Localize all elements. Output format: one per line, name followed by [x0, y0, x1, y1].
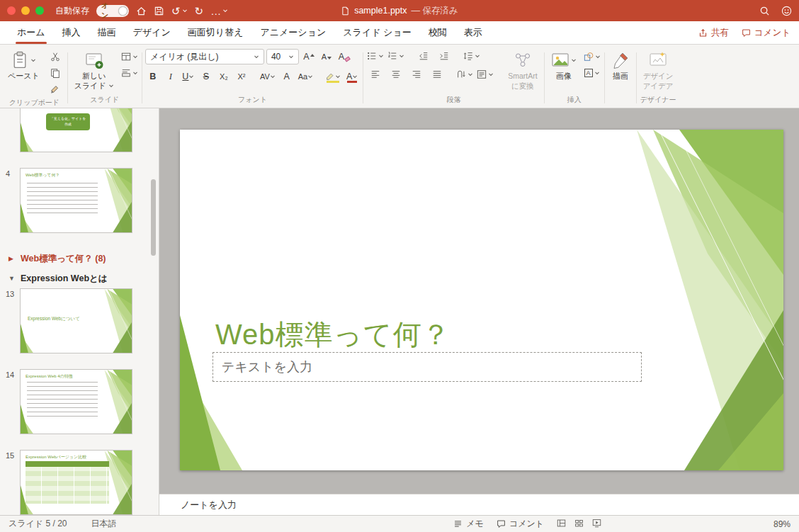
decrease-indent-button[interactable]: [414, 49, 433, 63]
tab-draw[interactable]: 描画: [89, 21, 125, 44]
line-spacing-button[interactable]: [463, 49, 481, 63]
tab-animations[interactable]: アニメーション: [251, 21, 334, 44]
slide-thumbnail-row[interactable]: 15 Expression Webバージョン比較: [0, 450, 159, 515]
indent-icon: [439, 51, 449, 61]
scissors-icon: [50, 52, 60, 62]
underline-button[interactable]: U: [181, 69, 196, 84]
slide-layout-button[interactable]: [120, 50, 139, 64]
facet-design: [180, 130, 783, 470]
tab-review[interactable]: 校閲: [420, 21, 455, 44]
tab-slideshow[interactable]: スライド ショー: [334, 21, 419, 44]
thumbnail-title: Web標準って何？: [26, 172, 60, 179]
slide-thumbnail-row[interactable]: 4 Web標準って何？: [0, 168, 159, 233]
notes-toggle-button[interactable]: メモ: [453, 518, 484, 530]
search-button[interactable]: [759, 6, 770, 16]
feedback-smiley-button[interactable]: [781, 6, 792, 16]
bullets-button[interactable]: [366, 49, 385, 63]
zoom-level[interactable]: 89%: [774, 519, 790, 529]
underline-icon: U: [182, 72, 188, 81]
home-button[interactable]: [136, 6, 147, 16]
sidebar-scrollbar-thumb[interactable]: [151, 179, 156, 256]
subscript-button[interactable]: X₂: [216, 69, 232, 84]
redo-button[interactable]: ↻: [195, 6, 204, 16]
slide-body-placeholder[interactable]: テキストを入力: [212, 352, 642, 382]
new-slide-label: 新しいスライド: [74, 72, 114, 91]
normal-view-button[interactable]: [557, 519, 566, 530]
chevron-down-icon: [132, 54, 138, 60]
window-minimize-button[interactable]: [21, 6, 30, 15]
slide-thumbnail-row[interactable]: 14 Expression Web 4の特徴: [0, 369, 159, 434]
cut-button[interactable]: [46, 50, 64, 64]
tab-transitions[interactable]: 画面切り替え: [179, 21, 252, 44]
section-header-web-standards[interactable]: ▶ Web標準って何？ (8): [0, 249, 159, 268]
chevron-down-icon: [378, 53, 384, 59]
notes-toggle-label: メモ: [466, 518, 484, 530]
font-name-value: メイリオ (見出し): [150, 51, 219, 63]
bold-button[interactable]: B: [145, 69, 161, 84]
font-name-select[interactable]: メイリオ (見出し): [145, 49, 264, 64]
placeholder-text: テキストを入力: [222, 360, 312, 374]
pen-icon: [611, 51, 630, 69]
window-close-button[interactable]: [7, 6, 16, 15]
autosave-toggle[interactable]: オン: [96, 5, 129, 17]
align-right-button[interactable]: [407, 67, 426, 81]
tab-design[interactable]: デザイン: [125, 21, 179, 44]
change-case-button[interactable]: Aa: [297, 69, 314, 84]
font-size-select[interactable]: 40: [266, 49, 299, 64]
share-button[interactable]: 共有: [698, 27, 729, 39]
comments-toggle-button[interactable]: コメント: [497, 518, 544, 530]
section-header-expression-web[interactable]: ▼ Expression Webとは: [0, 268, 159, 288]
clear-format-icon: A: [339, 52, 344, 62]
increase-indent-button[interactable]: [435, 49, 453, 63]
text-direction-button[interactable]: [455, 67, 474, 81]
copy-button[interactable]: [46, 66, 64, 80]
section-button[interactable]: [120, 66, 139, 80]
slide-canvas[interactable]: Web標準って何？ テキストを入力: [159, 108, 799, 494]
insert-shapes-button[interactable]: [583, 50, 601, 64]
numbering-button[interactable]: [387, 49, 405, 63]
text-highlight-button[interactable]: [324, 69, 342, 84]
quick-access-more-button[interactable]: …: [210, 6, 228, 16]
ribbon-group-designer: デザインアイデア デザイナー: [640, 47, 677, 108]
italic-button[interactable]: I: [163, 69, 178, 84]
new-slide-button[interactable]: 新しいスライド: [71, 49, 118, 94]
character-spacing-button[interactable]: AV: [259, 69, 277, 84]
convert-to-smartart-button[interactable]: SmartArtに変換: [504, 49, 540, 93]
draw-button[interactable]: 描画: [608, 49, 633, 84]
undo-button[interactable]: ↺: [171, 6, 188, 16]
increase-font-size-button[interactable]: A: [301, 49, 317, 64]
design-ideas-button[interactable]: デザインアイデア: [640, 49, 677, 93]
language-button[interactable]: 日本語: [91, 518, 116, 530]
notes-pane[interactable]: ノートを入力: [159, 494, 799, 515]
status-bar: スライド 5 / 20 日本語 メモ コメント 89%: [0, 515, 799, 532]
current-slide[interactable]: Web標準って何？ テキストを入力: [180, 130, 783, 470]
window-zoom-button[interactable]: [35, 6, 44, 15]
slideshow-button[interactable]: [592, 519, 601, 530]
justify-button[interactable]: [428, 67, 446, 81]
bold-icon: B: [149, 72, 156, 81]
paste-button[interactable]: ペースト: [4, 49, 43, 84]
format-painter-button[interactable]: [46, 82, 64, 96]
tab-view[interactable]: 表示: [455, 21, 491, 44]
font-color-button[interactable]: A: [344, 69, 360, 84]
clear-formatting-button[interactable]: A: [336, 49, 352, 64]
slide-title-text[interactable]: Web標準って何？: [215, 315, 450, 354]
tab-insert[interactable]: 挿入: [54, 21, 89, 44]
thumbnail-callout: 「見える化」サイトを作成: [46, 113, 90, 130]
superscript-button[interactable]: X²: [234, 69, 249, 84]
slide-thumbnail-row[interactable]: 13 Expression Webについて: [0, 288, 159, 353]
slide-thumbnail-row[interactable]: 「見える化」サイトを作成: [0, 108, 159, 152]
align-left-button[interactable]: [366, 67, 385, 81]
insert-picture-button[interactable]: 画像: [548, 49, 580, 84]
align-center-button[interactable]: [387, 67, 405, 81]
insert-textbox-button[interactable]: A: [583, 66, 601, 80]
slide-thumbnail: Expression Webについて: [20, 288, 132, 353]
text-effects-button[interactable]: A: [279, 69, 295, 84]
align-text-button[interactable]: [476, 67, 494, 81]
strikethrough-button[interactable]: S: [198, 69, 214, 84]
tab-home[interactable]: ホーム: [8, 21, 54, 44]
comments-button[interactable]: コメント: [742, 27, 790, 39]
save-button[interactable]: [154, 6, 164, 16]
slide-sorter-view-button[interactable]: [574, 519, 584, 530]
decrease-font-size-button[interactable]: A: [319, 49, 334, 64]
